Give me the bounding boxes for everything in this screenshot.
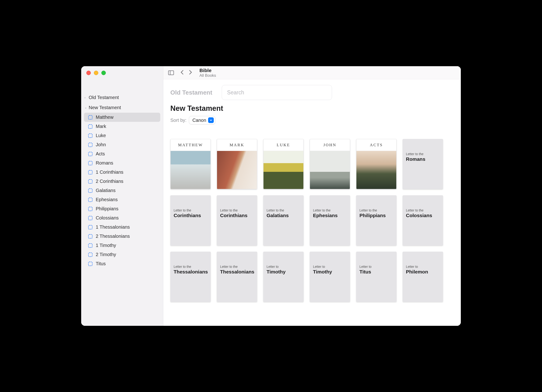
book-name: Timothy <box>313 269 347 275</box>
svg-rect-0 <box>88 115 92 119</box>
svg-rect-16 <box>88 262 92 266</box>
book-card[interactable]: MARK <box>217 139 257 189</box>
book-bracket-icon <box>88 206 93 212</box>
sidebar-item-label: 1 Timothy <box>96 243 116 248</box>
sidebar-item[interactable]: John <box>81 140 163 149</box>
sidebar-item[interactable]: 2 Thessalonians <box>81 232 163 241</box>
chevron-right-icon: › <box>84 96 88 99</box>
book-card[interactable]: LUKE <box>263 139 304 189</box>
window-controls <box>81 66 163 79</box>
sidebar-item[interactable]: 2 Timothy <box>81 250 163 259</box>
book-bracket-icon <box>88 170 93 175</box>
book-card[interactable]: Letter to theThessalonians <box>170 252 211 302</box>
book-cover-title: MARK <box>217 139 257 151</box>
toolbar-title: Bible All Books <box>198 68 216 78</box>
sort-row: Sort by: Canon <box>170 116 454 124</box>
svg-rect-7 <box>88 179 92 183</box>
sidebar-item[interactable]: 1 Timothy <box>81 241 163 250</box>
svg-rect-17 <box>168 71 174 75</box>
book-name: Ephesians <box>313 213 347 218</box>
sidebar-group-new-testament[interactable]: ⌄ New Testament <box>81 103 163 113</box>
main-area: Bible All Books Old Testament New Testam… <box>163 66 461 326</box>
sidebar-item[interactable]: Matthew <box>84 113 160 122</box>
sidebar-item[interactable]: Romans <box>81 158 163 168</box>
book-card[interactable]: ACTS <box>356 139 396 189</box>
sidebar-group-old-testament[interactable]: › Old Testament <box>81 93 163 103</box>
book-bracket-icon <box>88 124 93 129</box>
book-card[interactable]: Letter to theCorinthians <box>217 195 257 245</box>
book-cover-image <box>217 151 257 189</box>
svg-rect-4 <box>88 152 92 156</box>
fullscreen-window-button[interactable] <box>101 71 106 75</box>
book-card[interactable]: Letter to thePhilippians <box>356 195 396 245</box>
svg-rect-14 <box>88 243 92 247</box>
book-pretitle: Letter to the <box>313 208 347 212</box>
book-card[interactable]: Letter to theRomans <box>403 139 443 189</box>
book-name: Philippians <box>359 213 393 218</box>
page-subtitle: All Books <box>200 73 216 78</box>
search-input[interactable] <box>222 85 332 100</box>
app-window: › Old Testament ⌄ New Testament MatthewM… <box>81 66 461 326</box>
sidebar-item-label: Luke <box>96 133 106 138</box>
book-pretitle: Letter to the <box>406 208 440 212</box>
book-pretitle: Letter to the <box>220 208 254 212</box>
sidebar-item-label: 2 Timothy <box>96 252 116 257</box>
book-pretitle: Letter to the <box>266 208 300 212</box>
book-card[interactable]: Letter to theGalatians <box>263 195 304 245</box>
forward-button[interactable] <box>187 69 194 77</box>
book-pretitle: Letter to <box>313 265 347 268</box>
book-card[interactable]: Letter toTimothy <box>263 252 304 302</box>
sidebar-item-label: 2 Thessalonians <box>96 234 130 239</box>
book-card[interactable]: Letter to theEphesians <box>310 195 350 245</box>
sidebar-item[interactable]: 1 Corinthians <box>81 168 163 177</box>
book-cover-image <box>356 151 396 189</box>
book-bracket-icon <box>88 133 93 138</box>
section-old-testament-heading[interactable]: Old Testament <box>170 89 212 96</box>
book-pretitle: Letter to the <box>220 265 254 268</box>
book-card[interactable]: Letter toTimothy <box>310 252 350 302</box>
sidebar-item[interactable]: Titus <box>81 259 163 268</box>
sidebar-item[interactable]: Luke <box>81 131 163 140</box>
sidebar-item[interactable]: Philippians <box>81 204 163 213</box>
sidebar-item[interactable]: Mark <box>81 122 163 131</box>
book-bracket-icon <box>88 216 93 221</box>
book-name: Titus <box>359 269 393 275</box>
search-field-wrapper <box>222 85 332 100</box>
back-button[interactable] <box>179 69 186 77</box>
sidebar-item[interactable]: Ephesians <box>81 195 163 204</box>
book-card[interactable]: Letter to theCorinthians <box>170 195 211 245</box>
sidebar-item[interactable]: Acts <box>81 149 163 158</box>
close-window-button[interactable] <box>86 71 91 75</box>
sort-label: Sort by: <box>170 118 187 123</box>
book-card[interactable]: Letter to theColossians <box>403 195 443 245</box>
book-card[interactable]: MATTHEW <box>170 139 211 189</box>
book-name: Thessalonians <box>174 269 207 275</box>
svg-rect-8 <box>88 189 92 192</box>
sidebar-item[interactable]: 1 Thessalonians <box>81 223 163 232</box>
book-pretitle: Letter to <box>266 265 300 268</box>
svg-rect-6 <box>88 170 92 174</box>
svg-rect-11 <box>88 216 92 220</box>
books-grid: MATTHEWMARKLUKEJOHNACTSLetter to theRoma… <box>170 139 454 302</box>
minimize-window-button[interactable] <box>94 71 98 75</box>
svg-rect-5 <box>88 161 92 165</box>
book-card[interactable]: Letter toPhilemon <box>403 252 443 302</box>
toggle-sidebar-button[interactable] <box>168 69 174 76</box>
book-card[interactable]: JOHN <box>310 139 350 189</box>
svg-rect-1 <box>88 124 92 128</box>
book-bracket-icon <box>88 197 93 202</box>
sort-select[interactable]: Canon <box>189 116 215 124</box>
book-card[interactable]: Letter to theThessalonians <box>217 252 257 302</box>
sidebar-item[interactable]: Colossians <box>81 213 163 223</box>
book-pretitle: Letter to the <box>359 208 393 212</box>
sidebar-item[interactable]: 2 Corinthians <box>81 177 163 186</box>
svg-rect-15 <box>88 253 92 256</box>
book-name: Timothy <box>266 269 300 275</box>
book-card[interactable]: Letter toTitus <box>356 252 396 302</box>
chevron-down-icon: ⌄ <box>84 106 88 109</box>
sidebar-item-label: 1 Thessalonians <box>96 224 130 230</box>
sidebar-item[interactable]: Galatians <box>81 186 163 195</box>
book-cover-title: JOHN <box>310 139 350 151</box>
book-cover-title: MATTHEW <box>171 139 211 151</box>
svg-rect-12 <box>88 225 92 229</box>
